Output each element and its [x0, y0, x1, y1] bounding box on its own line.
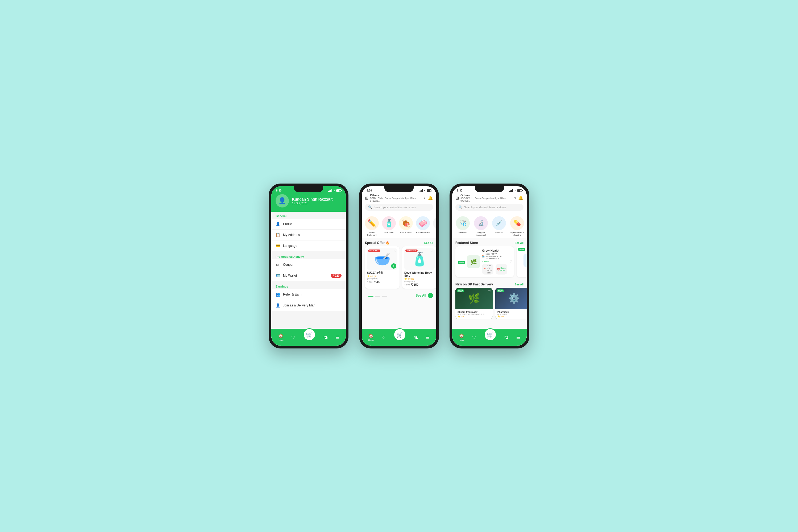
sugar-heart[interactable]: ♡ — [394, 249, 396, 253]
medicine-label: Medicine — [459, 231, 467, 234]
location-info-2: Others 9GR4+CMM, Runni Saidpur Madhya, B… — [370, 194, 424, 202]
surgical-label: Surgical Instrument — [473, 231, 489, 236]
nav-home-3[interactable]: 🏠 Home — [459, 333, 464, 341]
signal-icon-2 — [419, 189, 423, 192]
nav-bag-1[interactable]: 🛍 — [323, 335, 328, 340]
status-icons-3: ▲ — [509, 189, 522, 192]
phone-1: 8:30 ▲ 👤 Kund — [269, 184, 348, 348]
category-fish[interactable]: 🍖 Fish & Meat — [398, 216, 413, 236]
shyam-heart[interactable]: ♡ — [488, 289, 491, 293]
products-row: 🥣 85.0% OFF ♡ + SUGER (चीनी) ⭐ 0.0 (0) (… — [362, 246, 436, 292]
office-label: Office Stationery — [364, 231, 379, 236]
location-text-2: 9GR4+CMM, Runni Saidpur Madhya, Bihar 84… — [370, 197, 424, 202]
grow-health-location: 🏪 Near NH 77, RUNNISAIDPUR, SITAMARHI B.… — [482, 253, 507, 260]
nav-bag-2[interactable]: 🛍 — [414, 335, 418, 340]
store-info-1: Grow-Health 🏪 Near NH 77, RUNNISAIDPUR, … — [482, 249, 507, 274]
see-all-stores[interactable]: See All — [515, 242, 524, 244]
store-grow-health[interactable]: NEW 🌿 Grow-Health 🏪 Near NH 77, RUNNISAI… — [455, 246, 514, 277]
dove-name: Dove Whitening Body Sp... — [404, 271, 435, 277]
time-3: 8:30 — [457, 189, 462, 192]
bottom-nav-1: 🏠 Home ♡ 🛒 🛍 ☰ — [271, 329, 346, 346]
search-bar-3[interactable]: 🔍 Search your desired items or stores — [455, 204, 524, 211]
store-heart-1[interactable]: ♡ — [509, 260, 512, 264]
search-bar-2[interactable]: 🔍 Search your desired items or stores — [365, 204, 433, 211]
vaccines-img: 💉 — [492, 216, 506, 230]
nav-cart-1[interactable]: 🛒 — [303, 328, 316, 341]
nav-home-2[interactable]: 🏠 Home — [368, 333, 374, 341]
dove-weight: (Half plate) — [404, 280, 435, 283]
location-text-3: 9GQ3+VHH, Runni Saidpur Madhya, Bihar 84… — [460, 197, 514, 202]
sugar-emoji: 🥣 — [374, 251, 391, 267]
heart-icon-1: ♡ — [291, 335, 295, 340]
bag-icon-3: 🛍 — [504, 335, 509, 340]
grow-health-meta: 📍 5.34 km From You ⏰ Open Now — [482, 264, 507, 274]
menu-icon-2: ☰ — [426, 335, 430, 340]
header-icons-2: ∨ 🔔 — [424, 195, 433, 201]
see-all-new[interactable]: See All — [515, 283, 524, 286]
category-office[interactable]: ✏️ Office Stationery — [364, 216, 379, 236]
category-more[interactable]: ▶ — [433, 216, 436, 236]
skincare-img: 🧴 — [382, 216, 396, 230]
new-store-2[interactable]: ⚙️ NEW Pharmacy Near NH 77... ⭐ 0.0 — [495, 288, 527, 319]
sugar-add[interactable]: + — [391, 263, 396, 269]
menu-delivery[interactable]: 👤 Join as a Delivery Man — [271, 300, 346, 311]
product-dove[interactable]: 🧴 70.0% OFF ♡ Dove Whitening Body Sp... … — [402, 246, 436, 289]
wallet-badge: ₹ 720 — [331, 274, 342, 278]
menu-language[interactable]: 💳 Language — [271, 241, 346, 251]
fish-label: Fish & Meat — [400, 231, 412, 234]
nav-cart-2[interactable]: 🛒 — [394, 328, 406, 341]
nav-heart-3[interactable]: ♡ — [472, 335, 476, 340]
nav-heart-2[interactable]: ♡ — [382, 335, 385, 340]
dove-heart[interactable]: ♡ — [431, 249, 434, 253]
cat-vaccines[interactable]: 💉 Vaccines — [491, 216, 507, 236]
nav-menu-3[interactable]: ☰ — [516, 335, 520, 340]
office-img: ✏️ — [365, 216, 379, 230]
store-name-3: Others — [460, 194, 514, 197]
see-all-2[interactable]: See All — [416, 294, 426, 298]
cat-supplements[interactable]: 💊 Supplements & Vitamins — [509, 216, 525, 236]
nav-home-1[interactable]: 🏠 Home — [278, 333, 284, 341]
menu-profile[interactable]: 👤 Profile — [271, 218, 346, 230]
nav-menu-1[interactable]: ☰ — [336, 335, 339, 340]
bell-icon-3[interactable]: 🔔 — [518, 195, 524, 201]
new-store-shyam[interactable]: 🌿 NEW ♡ Shyam Pharmacy Near NH 77, RUNNI… — [455, 288, 493, 319]
featured-store-header: Featured Store See All — [452, 238, 527, 246]
menu-wallet[interactable]: 🪪 My Wallet ₹ 720 — [271, 270, 346, 281]
header-top-3: ⊞ Others 9GQ3+VHH, Runni Saidpur Madhya,… — [455, 194, 524, 202]
cart-icon-3: 🛒 — [487, 331, 493, 338]
sugar-img-wrapper: 🥣 85.0% OFF ♡ + — [367, 248, 397, 270]
menu-address[interactable]: 📋 My Address — [271, 230, 346, 241]
menu-content: General 👤 Profile 📋 My Address 💳 Languag… — [271, 212, 346, 346]
menu-coupon[interactable]: 🎟 Coupon — [271, 259, 346, 270]
cat-medicine[interactable]: 🩺 Medicine — [455, 216, 471, 236]
see-all-offers[interactable]: See All — [424, 242, 433, 244]
nav-heart-1[interactable]: ♡ — [291, 335, 295, 340]
section-promotional: Promotional Activity — [271, 252, 346, 259]
search-icon-2: 🔍 — [368, 205, 372, 209]
bag-icon-1: 🛍 — [323, 335, 328, 340]
shyam-name: Shyam Pharmacy — [457, 311, 491, 314]
store2-rating: ⭐ 0.0 — [497, 315, 527, 318]
nav-cart-3[interactable]: 🛒 — [484, 328, 497, 341]
nav-menu-2[interactable]: ☰ — [426, 335, 430, 340]
shyam-new: NEW — [457, 289, 464, 292]
wifi-icon-2: ▲ — [423, 189, 426, 192]
category-skincare[interactable]: 🧴 Skin Care — [381, 216, 396, 236]
scroll-arrow[interactable]: → — [428, 293, 433, 298]
nav-bag-3[interactable]: 🛍 — [504, 335, 509, 340]
shyam-emoji: 🌿 — [468, 293, 480, 304]
status-icons-2: ▲ — [419, 189, 432, 192]
product-sugar[interactable]: 🥣 85.0% OFF ♡ + SUGER (चीनी) ⭐ 0.0 (0) (… — [365, 246, 400, 289]
profile-icon: 👤 — [276, 222, 280, 226]
store-card-2[interactable]: NEW 💊 5.3... — [517, 246, 527, 277]
grow-health-name: Grow-Health — [482, 249, 507, 252]
store-img-2: 💊 — [524, 254, 527, 267]
battery-icon-1 — [336, 189, 341, 192]
cat-surgical[interactable]: 🔬 Surgical Instrument — [473, 216, 489, 236]
heart-icon-3: ♡ — [472, 335, 476, 340]
bell-icon-2[interactable]: 🔔 — [428, 195, 433, 201]
menu-refer[interactable]: 👥 Refer & Earn — [271, 289, 346, 300]
sugar-old-price: ₹ 300 — [367, 281, 373, 283]
shyam-bottom: Shyam Pharmacy Near NH 77, RUNNISAIDPUR … — [455, 309, 493, 319]
category-personal[interactable]: 🧼 Personal Care — [416, 216, 431, 236]
